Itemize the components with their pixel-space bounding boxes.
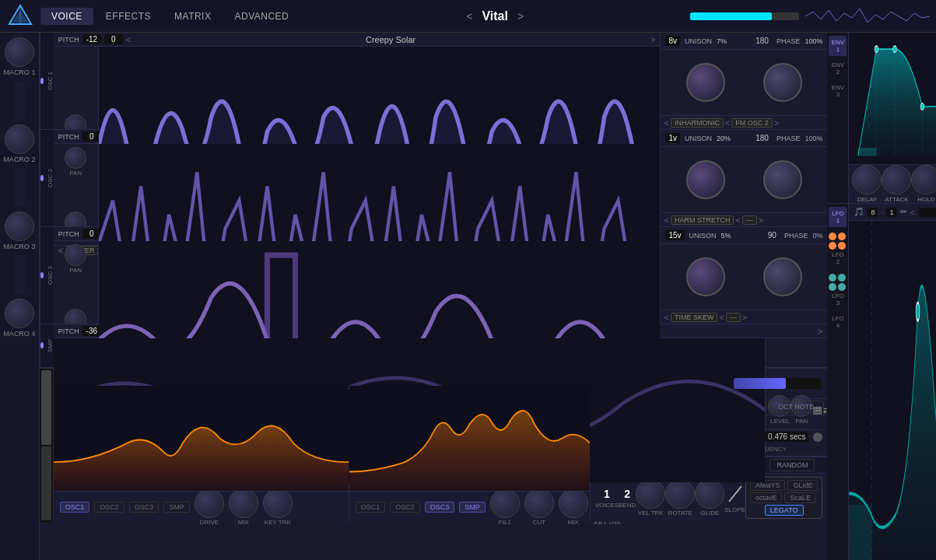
osc3-footer-left2[interactable]: < — [719, 313, 724, 322]
osc2-footer-left[interactable]: < — [664, 215, 668, 225]
osc2-unison-pct[interactable]: 20% — [717, 135, 731, 142]
osc1-pitch-val[interactable]: -12 — [82, 34, 101, 44]
filter1-osc1-btn[interactable]: OSC1 — [60, 502, 90, 513]
filter1-osc2-btn[interactable]: OSC2 — [94, 502, 124, 513]
rotate-knob[interactable] — [665, 479, 695, 509]
filter2-osc3-btn[interactable]: OSC3 — [425, 502, 455, 513]
osc1-phase-val[interactable]: 180 — [755, 37, 769, 45]
osc1-footer-left2[interactable]: < — [725, 118, 730, 128]
filter2-osc2-btn[interactable]: OSC2 — [390, 502, 420, 513]
osc3-footer-btn1[interactable]: TIME SKEW — [671, 313, 718, 322]
lfo3-orbs — [829, 274, 847, 291]
oct-note-btn[interactable]: OCT NOTE — [768, 401, 825, 413]
voices-val[interactable]: 1 — [604, 488, 610, 500]
filter2-smp-btn[interactable]: SMP — [459, 502, 486, 513]
osc3-unison-pct[interactable]: 5% — [721, 232, 731, 240]
osc3-unison-count[interactable]: 15v — [665, 230, 684, 240]
lfo4-tab[interactable]: LFO 4 — [829, 312, 847, 332]
glide-knob[interactable] — [695, 479, 724, 509]
osc3-unison-knob[interactable] — [686, 257, 725, 296]
osc1-unison-pct[interactable]: 7% — [717, 37, 727, 45]
bend-val[interactable]: 2 — [624, 488, 630, 500]
osc2-footer-left2[interactable]: < — [735, 215, 740, 225]
tab-matrix[interactable]: MATRIX — [163, 8, 222, 25]
macro1-label: MACRO 1 — [3, 68, 35, 76]
lfo1-tab[interactable]: LFO 1 — [829, 207, 847, 227]
lfo-target[interactable]: Side Chain 1 — [918, 208, 936, 217]
attack-group: ATTACK — [882, 165, 911, 203]
nav-left-btn[interactable]: < — [466, 10, 472, 23]
osc1-nav-right[interactable]: > — [650, 35, 655, 44]
filter1-keytrk-knob[interactable] — [263, 488, 293, 518]
osc1-pitch-val2[interactable]: 0 — [104, 34, 123, 44]
osc3-footer-right2[interactable]: > — [742, 313, 747, 322]
osc3-phase-knob[interactable] — [763, 257, 802, 296]
lfo-rate-val1[interactable]: 8 — [868, 208, 878, 217]
random2-freq-sync-icon[interactable] — [813, 432, 822, 442]
osc1-nav-left[interactable]: < — [126, 35, 131, 44]
macro1-knob[interactable] — [5, 37, 34, 67]
osc3-footer-btn2[interactable]: --- — [726, 313, 741, 322]
random-btn[interactable]: RANDOM — [769, 459, 815, 471]
filter1-osc3-btn[interactable]: OSC3 — [129, 502, 160, 513]
osc3-phase-pct[interactable]: 0% — [812, 232, 822, 240]
filter2-fil1-knob[interactable] — [490, 488, 520, 518]
nav-right-btn[interactable]: > — [517, 10, 524, 23]
random2-freq-val[interactable]: 0.476 secs — [765, 432, 808, 442]
osc2-footer-btn2[interactable]: --- — [742, 215, 757, 225]
filter1-smp-btn[interactable]: SMP — [163, 502, 190, 513]
tab-advanced[interactable]: ADVANCED — [223, 8, 300, 25]
lfo3-tab[interactable]: LFO 3 — [829, 271, 847, 310]
vel-trk-knob[interactable] — [636, 479, 665, 509]
macro2-knob[interactable] — [5, 124, 34, 154]
macro3-knob[interactable] — [5, 212, 34, 241]
lfo-target-left[interactable]: < — [910, 208, 915, 217]
osc1-footer-right2[interactable]: > — [774, 118, 779, 128]
tab-voice[interactable]: VOICE — [40, 8, 93, 25]
osc3-phase-val[interactable]: 90 — [768, 231, 776, 240]
octave-btn[interactable]: octavE — [750, 492, 783, 503]
glide-btn[interactable]: GLidE — [787, 480, 818, 491]
hold-knob[interactable] — [911, 165, 936, 194]
lfo-rate-val2[interactable]: 1 — [886, 208, 896, 217]
osc2-unison-count[interactable]: 1v — [665, 133, 680, 143]
osc1-phase-pct[interactable]: 100% — [805, 37, 822, 45]
filter2-osc1-btn[interactable]: OSC1 — [356, 502, 386, 513]
filter2-mix-knob[interactable] — [559, 488, 588, 518]
lfo-mode-left[interactable]: 🎵 — [854, 207, 864, 217]
env1-tab[interactable]: ENV 1 — [829, 36, 847, 56]
pitch-wheel-slider2[interactable] — [14, 255, 25, 294]
lfo2-tab[interactable]: LFO 2 — [829, 229, 847, 268]
osc1-unison-count[interactable]: 8v — [665, 36, 680, 46]
macro4-knob[interactable] — [5, 299, 34, 328]
scroll-bar2[interactable] — [41, 446, 51, 521]
filter1-mix-knob[interactable] — [229, 488, 258, 518]
smp-nav-right[interactable]: > — [818, 327, 822, 336]
osc2-phase-knob[interactable] — [763, 160, 802, 199]
osc2-phase-pct[interactable]: 100% — [805, 135, 822, 142]
attack-knob[interactable] — [882, 165, 911, 194]
osc1-footer-btn1[interactable]: INHARMONIC — [671, 118, 724, 128]
lfo-pencil-icon[interactable]: ✏ — [900, 207, 907, 217]
filter2-cut-knob[interactable] — [524, 488, 554, 518]
delay-knob[interactable] — [852, 165, 882, 194]
osc1-footer-btn2[interactable]: FM OSC 2 — [731, 118, 773, 128]
scroll-bar1[interactable] — [41, 370, 51, 445]
mod-wheel-slider[interactable] — [14, 168, 25, 207]
osc1-unison-knob[interactable] — [686, 63, 725, 102]
scale-btn[interactable]: ScaLE — [784, 492, 816, 503]
osc2-phase-val[interactable]: 180 — [755, 134, 769, 142]
tab-effects[interactable]: EFFECTS — [95, 8, 162, 25]
random1-bar[interactable] — [734, 378, 822, 389]
env2-tab[interactable]: ENV 2 — [829, 58, 847, 79]
osc2-footer-right2[interactable]: > — [759, 215, 763, 225]
osc1-phase-knob[interactable] — [763, 63, 802, 102]
legato-btn[interactable]: LEGATO — [765, 505, 804, 516]
osc2-unison-knob[interactable] — [686, 160, 725, 199]
pitch-wheel-slider[interactable] — [14, 81, 25, 120]
osc1-footer-left[interactable]: < — [664, 118, 668, 128]
env3-tab[interactable]: ENV 3 — [829, 81, 847, 101]
osc3-footer-left[interactable]: < — [664, 313, 668, 322]
osc2-footer-btn1[interactable]: HARM STRETCH — [671, 215, 734, 225]
filter1-drive-knob[interactable] — [195, 488, 224, 518]
